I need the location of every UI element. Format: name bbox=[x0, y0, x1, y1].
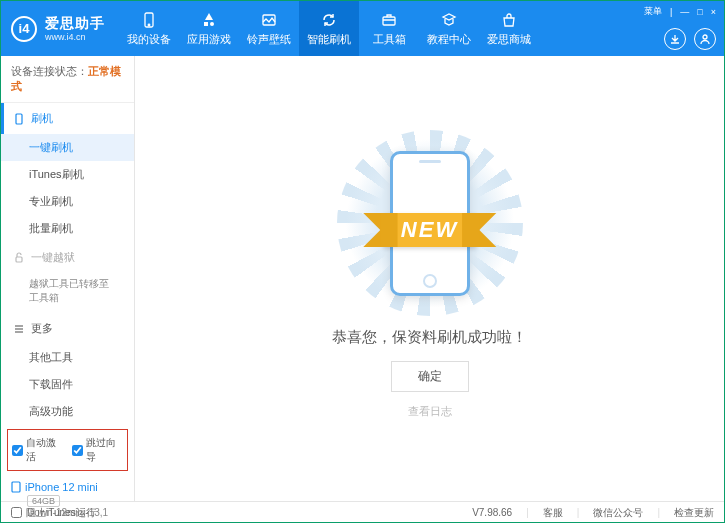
sidebar-group-jailbreak[interactable]: 一键越狱 bbox=[1, 242, 134, 273]
svg-rect-9 bbox=[12, 482, 20, 492]
download-button[interactable] bbox=[664, 28, 686, 50]
new-ribbon: NEW bbox=[383, 213, 476, 247]
options-highlight: 自动激活 跳过向导 bbox=[7, 429, 128, 471]
nav-ringtones[interactable]: 铃声壁纸 bbox=[239, 1, 299, 56]
check-update-link[interactable]: 检查更新 bbox=[674, 506, 714, 520]
sidebar-item-other-tools[interactable]: 其他工具 bbox=[1, 344, 134, 371]
phone-icon bbox=[13, 113, 25, 125]
sidebar-item-onekey-flash[interactable]: 一键刷机 bbox=[1, 134, 134, 161]
nav-store[interactable]: 爱思商城 bbox=[479, 1, 539, 56]
success-message: 恭喜您，保资料刷机成功啦！ bbox=[332, 328, 527, 347]
close-button[interactable]: × bbox=[711, 7, 716, 17]
svg-rect-2 bbox=[204, 22, 208, 26]
brand-logo-icon: i4 bbox=[11, 16, 37, 42]
brand-url: www.i4.cn bbox=[45, 32, 105, 43]
sidebar: 设备连接状态：正常模式 刷机 一键刷机 iTunes刷机 专业刷机 批量刷机 一… bbox=[1, 56, 135, 501]
minimize-button[interactable]: — bbox=[680, 7, 689, 17]
svg-rect-8 bbox=[16, 257, 22, 262]
success-illustration: NEW bbox=[355, 138, 505, 308]
sidebar-item-download-firmware[interactable]: 下载固件 bbox=[1, 371, 134, 398]
wallpaper-icon bbox=[260, 11, 278, 29]
sidebar-item-itunes-flash[interactable]: iTunes刷机 bbox=[1, 161, 134, 188]
svg-point-3 bbox=[210, 22, 214, 26]
svg-point-6 bbox=[703, 35, 707, 39]
sidebar-item-pro-flash[interactable]: 专业刷机 bbox=[1, 188, 134, 215]
maximize-button[interactable]: □ bbox=[697, 7, 702, 17]
brand: i4 爱思助手 www.i4.cn bbox=[1, 15, 119, 43]
version-label: V7.98.66 bbox=[472, 507, 512, 518]
tutorial-icon bbox=[440, 11, 458, 29]
window-controls: 菜单 | — □ × bbox=[644, 5, 716, 18]
main-content: NEW 恭喜您，保资料刷机成功啦！ 确定 查看日志 bbox=[135, 56, 724, 501]
account-button[interactable] bbox=[694, 28, 716, 50]
svg-rect-5 bbox=[383, 17, 395, 25]
jailbreak-note: 越狱工具已转移至 工具箱 bbox=[1, 273, 134, 313]
refresh-icon bbox=[320, 11, 338, 29]
phone-icon bbox=[140, 11, 158, 29]
top-nav: 我的设备 应用游戏 铃声壁纸 智能刷机 工具箱 教程中心 爱思商城 bbox=[119, 1, 539, 56]
nav-flash[interactable]: 智能刷机 bbox=[299, 1, 359, 56]
unlock-icon bbox=[13, 252, 25, 264]
apps-icon bbox=[200, 11, 218, 29]
sidebar-item-batch-flash[interactable]: 批量刷机 bbox=[1, 215, 134, 242]
connection-status: 设备连接状态：正常模式 bbox=[1, 56, 134, 103]
checkbox-skip-guide[interactable]: 跳过向导 bbox=[72, 436, 124, 464]
divider: | bbox=[670, 7, 672, 17]
list-icon bbox=[13, 323, 25, 335]
phone-icon bbox=[11, 481, 21, 493]
view-log-link[interactable]: 查看日志 bbox=[408, 404, 452, 419]
nav-apps[interactable]: 应用游戏 bbox=[179, 1, 239, 56]
app-header: i4 爱思助手 www.i4.cn 我的设备 应用游戏 铃声壁纸 智能刷机 工具… bbox=[1, 1, 724, 56]
wechat-link[interactable]: 微信公众号 bbox=[593, 506, 643, 520]
svg-point-1 bbox=[148, 24, 150, 26]
support-link[interactable]: 客服 bbox=[543, 506, 563, 520]
menu-button[interactable]: 菜单 bbox=[644, 5, 662, 18]
nav-toolbox[interactable]: 工具箱 bbox=[359, 1, 419, 56]
toolbox-icon bbox=[380, 11, 398, 29]
store-icon bbox=[500, 11, 518, 29]
nav-tutorials[interactable]: 教程中心 bbox=[419, 1, 479, 56]
svg-rect-7 bbox=[16, 114, 22, 124]
brand-title: 爱思助手 bbox=[45, 15, 105, 32]
sidebar-group-flash[interactable]: 刷机 bbox=[1, 103, 134, 134]
sidebar-item-advanced[interactable]: 高级功能 bbox=[1, 398, 134, 425]
checkbox-block-itunes[interactable]: 阻止iTunes运行 bbox=[11, 506, 96, 520]
nav-my-device[interactable]: 我的设备 bbox=[119, 1, 179, 56]
sidebar-group-more[interactable]: 更多 bbox=[1, 313, 134, 344]
ok-button[interactable]: 确定 bbox=[391, 361, 469, 392]
checkbox-auto-activate[interactable]: 自动激活 bbox=[12, 436, 64, 464]
